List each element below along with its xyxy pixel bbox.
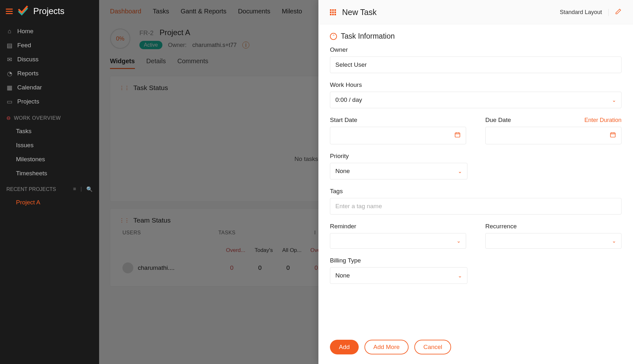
priority-select[interactable]: None ⌄ <box>330 163 467 179</box>
sidebar-item-reports[interactable]: ◔Reports <box>0 66 99 80</box>
search-icon[interactable]: 🔍 <box>86 186 93 192</box>
drawer-footer: Add Add More Cancel <box>318 333 633 364</box>
sidebar-item-label: Calendar <box>17 84 42 91</box>
duedate-input[interactable] <box>485 127 621 144</box>
billingtype-select[interactable]: None ⌄ <box>330 267 467 284</box>
recurrence-select[interactable]: ⌄ <box>485 233 621 249</box>
edit-icon[interactable] <box>615 8 621 16</box>
main-content: Dashboard Tasks Gantt & Reports Document… <box>99 0 633 364</box>
workhours-field-label: Work Hours <box>330 81 621 88</box>
tags-input[interactable] <box>330 198 621 215</box>
home-icon: ⌂ <box>6 28 13 34</box>
add-button[interactable]: Add <box>330 340 359 354</box>
sidebar-item-calendar[interactable]: ▦Calendar <box>0 80 99 95</box>
sidebar-item-label: Home <box>17 28 34 35</box>
tags-field-label: Tags <box>330 188 621 195</box>
work-item-tasks[interactable]: Tasks <box>0 124 99 138</box>
tags-textbox[interactable] <box>335 203 616 210</box>
sidebar-item-home[interactable]: ⌂Home <box>0 24 99 38</box>
chevron-down-icon: ⌄ <box>612 97 616 103</box>
billingtype-field-label: Billing Type <box>330 257 621 264</box>
sidebar-item-projects[interactable]: ▭Projects <box>0 95 99 109</box>
recurrence-field-label: Recurrence <box>485 223 621 230</box>
sidebar-item-label: Feed <box>17 42 31 49</box>
workhours-select[interactable]: 0:00 / day ⌄ <box>330 92 621 108</box>
discuss-icon: ✉ <box>6 56 13 63</box>
chevron-down-icon: ⌄ <box>457 238 461 244</box>
feed-icon: ▤ <box>6 42 13 49</box>
startdate-textbox[interactable] <box>335 132 454 139</box>
startdate-input[interactable] <box>330 127 466 144</box>
collapse-icon: ⊖ <box>6 115 11 121</box>
collapse-section-icon[interactable]: ⌃ <box>330 33 337 40</box>
logo-icon <box>17 5 29 17</box>
calendar-icon: ▦ <box>6 84 13 91</box>
projects-icon: ▭ <box>6 98 13 105</box>
enter-duration-link[interactable]: Enter Duration <box>584 117 621 124</box>
left-sidebar: Projects ⌂Home ▤Feed ✉Discuss ◔Reports ▦… <box>0 0 99 364</box>
calendar-icon[interactable] <box>610 132 616 140</box>
chevron-down-icon: ⌄ <box>458 168 462 174</box>
owner-select[interactable]: Select User <box>330 57 621 73</box>
reminder-select[interactable]: ⌄ <box>330 233 466 249</box>
duedate-field-label: Due Date <box>485 117 511 124</box>
reminder-field-label: Reminder <box>330 223 466 230</box>
brand-name: Projects <box>33 6 65 16</box>
duedate-textbox[interactable] <box>491 132 610 139</box>
filter-icon[interactable]: ≡ <box>73 186 76 192</box>
chevron-down-icon: ⌄ <box>612 238 616 244</box>
recent-projects-label: RECENT PROJECTS <box>6 186 56 192</box>
priority-field-label: Priority <box>330 153 621 160</box>
svg-rect-1 <box>611 133 615 137</box>
startdate-field-label: Start Date <box>330 117 466 124</box>
calendar-icon[interactable] <box>454 132 461 140</box>
chevron-down-icon: ⌄ <box>458 273 462 279</box>
work-overview-header[interactable]: ⊖ WORK OVERVIEW <box>0 110 99 124</box>
svg-rect-0 <box>455 133 460 137</box>
reports-icon: ◔ <box>6 70 13 77</box>
apps-grid-icon[interactable] <box>330 9 337 15</box>
add-more-button[interactable]: Add More <box>364 340 409 354</box>
work-item-milestones[interactable]: Milestones <box>0 152 99 166</box>
owner-field-label: Owner <box>330 46 621 53</box>
recent-project-item[interactable]: Project A <box>0 195 99 209</box>
hamburger-icon[interactable] <box>6 9 13 14</box>
sidebar-item-label: Projects <box>17 98 39 105</box>
layout-label[interactable]: Standard Layout <box>560 9 602 16</box>
sidebar-item-discuss[interactable]: ✉Discuss <box>0 52 99 66</box>
sidebar-item-feed[interactable]: ▤Feed <box>0 38 99 52</box>
work-item-timesheets[interactable]: Timesheets <box>0 166 99 180</box>
work-item-issues[interactable]: Issues <box>0 138 99 152</box>
drawer-title: New Task <box>342 8 377 17</box>
section-title-label: Task Information <box>341 32 395 41</box>
section-label: WORK OVERVIEW <box>14 115 61 121</box>
sidebar-item-label: Reports <box>17 70 39 77</box>
new-task-drawer: New Task Standard Layout ⌃ Task Informat… <box>318 0 633 364</box>
cancel-button[interactable]: Cancel <box>414 340 451 354</box>
sidebar-item-label: Discuss <box>17 56 39 63</box>
